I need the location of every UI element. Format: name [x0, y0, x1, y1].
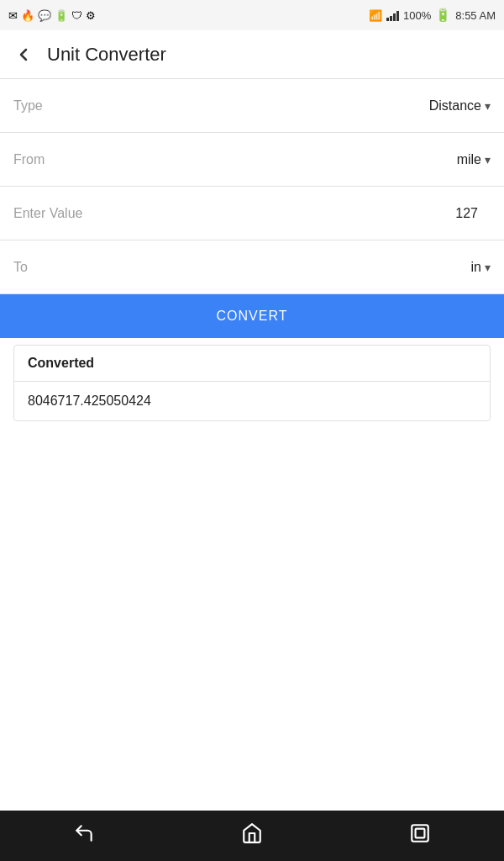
status-info-right: 📶 100% 🔋 8:55 AM: [369, 8, 496, 23]
result-value: 8046717.425050424: [14, 382, 490, 420]
type-dropdown-arrow: ▾: [485, 99, 491, 113]
sim-icon: 📶: [369, 9, 382, 22]
time-display: 8:55 AM: [455, 9, 496, 22]
status-icons-left: ✉ 🔥 💬 🔋 🛡 ⚙: [8, 9, 96, 22]
from-dropdown[interactable]: mile ▾: [457, 152, 491, 167]
enter-value-field-row[interactable]: Enter Value: [0, 187, 504, 240]
type-field-row[interactable]: Type Distance ▾: [0, 79, 504, 133]
to-value: in: [471, 260, 481, 275]
app-title: Unit Converter: [47, 44, 166, 66]
nav-back-icon: [73, 822, 95, 849]
back-button[interactable]: [13, 45, 34, 65]
nav-recents-button[interactable]: [395, 811, 445, 861]
svg-rect-1: [416, 829, 425, 838]
from-label: From: [13, 152, 457, 167]
to-field-row[interactable]: To in ▾: [0, 240, 504, 294]
status-bar: ✉ 🔥 💬 🔋 🛡 ⚙ 📶 100% 🔋 8:55 AM: [0, 0, 504, 30]
enter-value-label: Enter Value: [13, 206, 323, 221]
battery-icon: 🔋: [435, 8, 451, 23]
nav-home-button[interactable]: [227, 811, 277, 861]
from-field-row[interactable]: From mile ▾: [0, 133, 504, 187]
convert-button-label: CONVERT: [217, 309, 288, 324]
icon6: ⚙: [86, 9, 96, 22]
nav-home-icon: [241, 822, 263, 849]
svg-rect-0: [412, 825, 428, 842]
battery-percent: 100%: [403, 9, 431, 22]
from-dropdown-arrow: ▾: [485, 153, 491, 166]
to-label: To: [13, 260, 471, 275]
icon2: 🔥: [21, 9, 34, 22]
type-dropdown[interactable]: Distance ▾: [429, 98, 491, 114]
nav-bar: [0, 811, 504, 861]
nav-back-button[interactable]: [59, 811, 109, 861]
to-dropdown[interactable]: in ▾: [471, 260, 491, 275]
result-section: Converted 8046717.425050424: [13, 345, 491, 421]
nav-recents-icon: [409, 822, 431, 849]
type-value: Distance: [429, 98, 481, 114]
enter-value-input[interactable]: [323, 206, 491, 221]
main-content: Type Distance ▾ From mile ▾ Enter Value …: [0, 79, 504, 811]
signal-bars: [386, 9, 399, 21]
icon3: 💬: [38, 9, 51, 22]
app-bar: Unit Converter: [0, 30, 504, 79]
result-header: Converted: [14, 346, 490, 382]
convert-button[interactable]: CONVERT: [0, 294, 504, 338]
to-dropdown-arrow: ▾: [485, 261, 491, 274]
icon4: 🔋: [55, 9, 68, 22]
type-label: Type: [13, 98, 429, 114]
icon5: 🛡: [71, 9, 82, 22]
mail-icon: ✉: [8, 9, 18, 22]
from-value: mile: [457, 152, 481, 167]
